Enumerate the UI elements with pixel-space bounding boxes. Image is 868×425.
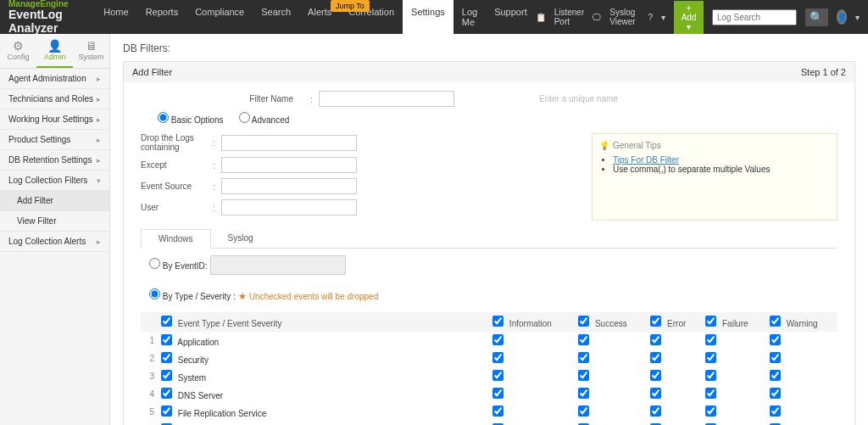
by-type-radio[interactable]: By Type / Severity :	[149, 292, 236, 301]
tab-syslog[interactable]: Syslog	[211, 229, 270, 248]
header-checkbox-success[interactable]	[578, 316, 589, 327]
header-checkbox-information[interactable]	[492, 316, 504, 327]
star-icon: ★	[238, 291, 247, 301]
jump-to-button[interactable]: Jump To	[331, 0, 370, 12]
panel-header: Add Filter Step 1 of 2	[124, 62, 854, 82]
user-avatar[interactable]: 👤	[837, 9, 847, 25]
panel-title: Add Filter	[132, 67, 172, 77]
sidebar-item-technicians-and-roles[interactable]: Technicians and Roles▸	[0, 89, 109, 109]
tab-windows[interactable]: Windows	[141, 229, 211, 249]
cell-checkbox[interactable]	[578, 352, 589, 363]
cell-checkbox[interactable]	[578, 334, 589, 345]
sidebar-tabs: ⚙Config👤Admin🖥System	[0, 34, 109, 69]
sidebar-item-working-hour-settings[interactable]: Working Hour Settings▸	[0, 109, 109, 130]
cell-checkbox[interactable]	[650, 334, 661, 345]
cell-checkbox[interactable]	[650, 405, 661, 417]
sidebar-sub-add-filter[interactable]: Add Filter	[0, 191, 109, 211]
table-row: 1 Application	[141, 332, 837, 350]
cell-checkbox[interactable]	[705, 352, 716, 363]
nav-reports[interactable]: Reports	[137, 0, 187, 37]
help-link[interactable]: ?	[648, 13, 654, 22]
nav-settings[interactable]: Settings	[403, 0, 453, 37]
sidebar-item-log-collection-filters[interactable]: Log Collection Filters▾	[0, 171, 109, 191]
sidebar-tab-config[interactable]: ⚙Config	[0, 34, 36, 68]
topbar-right: 📋 Listener Port 🖵 Syslog Viewer ? ▾ + Ad…	[536, 1, 860, 34]
cell-checkbox[interactable]	[578, 405, 589, 417]
filter-name-hint: Enter a unique name	[539, 94, 618, 103]
listener-port-link[interactable]: Listener Port	[554, 8, 585, 26]
cell-checkbox[interactable]	[770, 405, 781, 417]
header-checkbox-failure[interactable]	[705, 316, 716, 327]
table-row: 6 Directory Service	[141, 421, 837, 425]
cell-checkbox[interactable]	[705, 370, 716, 381]
syslog-viewer-link[interactable]: Syslog Viewer	[609, 8, 639, 26]
drop-logs-label: Drop the Logs containing	[141, 133, 213, 152]
cell-checkbox[interactable]	[492, 334, 504, 345]
basic-options-radio[interactable]: Basic Options	[158, 115, 223, 125]
nav-log-me[interactable]: Log Me	[453, 0, 486, 37]
header-checkbox-error[interactable]	[650, 316, 661, 327]
side-menu: Agent Administration▸Technicians and Rol…	[0, 69, 109, 252]
colon: :	[310, 94, 319, 104]
cell-checkbox[interactable]	[492, 352, 504, 363]
event-source-input[interactable]	[221, 178, 357, 194]
table-row: 4 DNS Server	[141, 385, 837, 403]
cell-checkbox[interactable]	[770, 352, 781, 363]
row-checkbox[interactable]	[161, 334, 172, 345]
add-button[interactable]: + Add ▾	[674, 1, 704, 34]
user-dropdown-icon[interactable]: ▾	[855, 13, 860, 22]
nav-support[interactable]: Support	[486, 0, 536, 37]
cell-checkbox[interactable]	[492, 405, 504, 417]
cell-checkbox[interactable]	[705, 388, 716, 399]
nav-search[interactable]: Search	[253, 0, 299, 37]
advanced-radio[interactable]: Advanced	[239, 115, 290, 125]
cell-checkbox[interactable]	[492, 388, 504, 399]
tips-link[interactable]: Tips For DB Filter	[613, 155, 679, 165]
tips-comma: Use comma(,) to separate multiple Values	[613, 165, 830, 174]
cell-checkbox[interactable]	[578, 388, 589, 399]
listener-port-icon[interactable]: 📋	[536, 13, 546, 22]
cell-checkbox[interactable]	[770, 388, 781, 399]
cell-checkbox[interactable]	[770, 334, 781, 345]
nav-compliance[interactable]: Compliance	[186, 0, 253, 37]
by-eventid-radio[interactable]: By EventID:	[149, 261, 208, 271]
nav-home[interactable]: Home	[95, 0, 136, 37]
step-indicator: Step 1 of 2	[801, 67, 846, 77]
cell-checkbox[interactable]	[578, 370, 589, 381]
cell-checkbox[interactable]	[770, 370, 781, 381]
sidebar-item-product-settings[interactable]: Product Settings▸	[0, 130, 109, 150]
drop-logs-input[interactable]	[221, 135, 357, 151]
search-icon[interactable]: 🔍	[805, 8, 828, 26]
user-input[interactable]	[221, 199, 357, 215]
sidebar-item-agent-administration[interactable]: Agent Administration▸	[0, 69, 109, 89]
eventid-input[interactable]	[210, 255, 346, 275]
log-search-input[interactable]	[712, 9, 797, 25]
header-checkbox-type[interactable]	[161, 316, 172, 327]
row-checkbox[interactable]	[161, 388, 172, 399]
syslog-viewer-icon[interactable]: 🖵	[593, 13, 601, 22]
cell-checkbox[interactable]	[492, 370, 504, 381]
event-table: Event Type / Event Severity Information …	[141, 312, 837, 425]
sidebar-tab-system[interactable]: 🖥System	[73, 34, 109, 68]
user-label: User	[141, 203, 213, 212]
row-checkbox[interactable]	[161, 405, 172, 417]
sidebar-tab-admin[interactable]: 👤Admin	[36, 34, 73, 68]
help-dropdown-icon[interactable]: ▾	[661, 13, 665, 22]
row-checkbox[interactable]	[161, 370, 172, 381]
cell-checkbox[interactable]	[705, 334, 716, 345]
cell-checkbox[interactable]	[705, 405, 716, 417]
header-checkbox-warning[interactable]	[770, 316, 781, 327]
sidebar-item-db-retention-settings[interactable]: DB Retention Settings▸	[0, 150, 109, 171]
filter-name-input[interactable]	[319, 91, 454, 107]
cell-checkbox[interactable]	[650, 388, 661, 399]
sidebar-sub-view-filter[interactable]: View Filter	[0, 211, 109, 232]
sidebar-item-log-collection-alerts[interactable]: Log Collection Alerts▸	[0, 232, 109, 252]
except-input[interactable]	[221, 157, 357, 173]
sub-tabs: Windows Syslog	[141, 229, 837, 249]
row-checkbox[interactable]	[161, 352, 172, 363]
filter-name-label: Filter Name	[141, 94, 310, 103]
cell-checkbox[interactable]	[650, 352, 661, 363]
general-tips-box: 💡 General Tips Tips For DB Filter Use co…	[592, 133, 837, 221]
cell-checkbox[interactable]	[650, 370, 661, 381]
logo: ManageEngine EventLog Analyzer	[8, 0, 78, 35]
